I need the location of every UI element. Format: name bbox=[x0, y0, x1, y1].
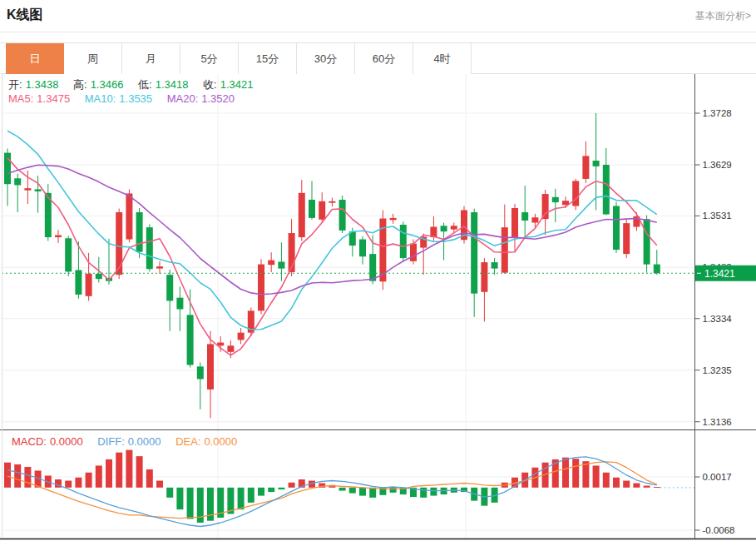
candle-body bbox=[623, 223, 630, 254]
macd-bar bbox=[562, 458, 569, 488]
ma-readout: MA5:1.3475 MA10:1.3535 MA20:1.3520 bbox=[8, 92, 238, 105]
diff-value: 0.0000 bbox=[128, 435, 161, 448]
candle-body bbox=[65, 238, 72, 271]
macd-bar bbox=[248, 488, 254, 503]
candle-body bbox=[562, 201, 569, 205]
ma10-value: 1.3535 bbox=[119, 92, 152, 105]
macd-bar bbox=[593, 465, 600, 487]
dea-line bbox=[7, 462, 657, 519]
candle-body bbox=[14, 178, 21, 185]
candle-body bbox=[197, 366, 204, 379]
dea-value: 0.0000 bbox=[205, 435, 238, 448]
candle-body bbox=[319, 201, 325, 220]
macd-bar bbox=[572, 459, 579, 488]
diff-line bbox=[7, 457, 657, 527]
candle-body bbox=[593, 161, 600, 166]
macd-bar bbox=[116, 453, 122, 488]
candle-body bbox=[572, 181, 579, 206]
macd-bar bbox=[420, 488, 427, 498]
macd-bar bbox=[96, 465, 102, 487]
close-value: 1.3421 bbox=[220, 78, 254, 91]
last-price-tag-text: 1.3421 bbox=[704, 268, 735, 280]
candle-body bbox=[24, 188, 31, 191]
ohlc-readout: 开:1.3438 高:1.3466 低:1.3418 收:1.3421 bbox=[8, 77, 256, 92]
candle-body bbox=[136, 212, 143, 252]
macd-bar bbox=[187, 488, 194, 519]
candle-body bbox=[258, 265, 264, 311]
candle-body bbox=[542, 194, 549, 219]
low-value: 1.3418 bbox=[156, 78, 189, 91]
open-label: 开: bbox=[8, 78, 22, 91]
candle-body bbox=[531, 217, 538, 222]
macd-bar bbox=[623, 481, 630, 488]
candle-body bbox=[603, 165, 610, 214]
candle-body bbox=[96, 274, 102, 279]
candle-body bbox=[75, 270, 82, 295]
candle-body bbox=[400, 225, 407, 258]
candle-body bbox=[521, 212, 528, 221]
ma5-value: 1.3475 bbox=[37, 92, 70, 105]
candle-body bbox=[238, 333, 245, 340]
candle-body bbox=[35, 189, 42, 191]
diff-label: DIFF: bbox=[97, 435, 125, 448]
candle-body bbox=[471, 212, 477, 294]
ma5-line bbox=[7, 158, 657, 355]
candle-body bbox=[410, 244, 417, 261]
candle-body bbox=[176, 298, 183, 310]
macd-bar bbox=[349, 488, 356, 494]
candle-body bbox=[613, 206, 620, 250]
candle-body bbox=[644, 219, 650, 264]
candle-body bbox=[511, 208, 518, 237]
macd-bar bbox=[268, 488, 274, 492]
candle-body bbox=[451, 226, 457, 229]
candle-body bbox=[4, 153, 11, 185]
candle-body bbox=[278, 261, 284, 268]
macd-bar bbox=[278, 488, 284, 489]
open-value: 1.3438 bbox=[26, 78, 59, 91]
candle-body bbox=[552, 197, 559, 202]
candle-body bbox=[329, 201, 335, 203]
ma10-label: MA10: bbox=[85, 92, 116, 105]
macd-bar bbox=[24, 467, 31, 488]
price-axis-label: 1.3136 bbox=[703, 417, 732, 427]
candle-body bbox=[390, 218, 397, 221]
candle-body bbox=[359, 240, 366, 257]
ma20-value: 1.3520 bbox=[201, 92, 235, 105]
macd-bar bbox=[14, 464, 21, 488]
macd-bar bbox=[238, 488, 245, 509]
macd-readout: MACD:0.0000 DIFF:0.0000 DEA:0.0000 bbox=[12, 435, 240, 448]
macd-bar bbox=[65, 481, 72, 488]
macd-bar bbox=[430, 488, 437, 496]
macd-bar bbox=[258, 488, 264, 496]
macd-bar bbox=[4, 463, 11, 488]
macd-bar bbox=[156, 481, 163, 488]
kline-page: K线图 基本面分析> 日周月5分15分30分60分4时 1.37281.3629… bbox=[0, 0, 756, 541]
macd-bar bbox=[654, 487, 660, 488]
price-axis-label: 1.3235 bbox=[703, 365, 732, 375]
candle-body bbox=[227, 345, 234, 352]
macd-axis-label: 0.0017 bbox=[703, 472, 732, 482]
candle-body bbox=[582, 156, 589, 179]
low-label: 低: bbox=[138, 78, 152, 91]
candle-body bbox=[146, 227, 153, 269]
candle-body bbox=[309, 200, 315, 218]
macd-bar bbox=[86, 473, 92, 488]
macd-bar bbox=[369, 488, 376, 498]
price-axis-label: 1.3629 bbox=[703, 160, 732, 170]
candle-body bbox=[369, 254, 376, 281]
candle-body bbox=[492, 262, 498, 269]
macd-bar bbox=[136, 456, 143, 488]
macd-bar bbox=[603, 473, 610, 488]
macd-bar bbox=[633, 484, 640, 488]
candle-body bbox=[156, 266, 163, 269]
candle-body bbox=[166, 275, 173, 300]
macd-label: MACD: bbox=[12, 435, 47, 448]
high-label: 高: bbox=[73, 78, 87, 91]
candle-body bbox=[299, 193, 305, 237]
macd-bar bbox=[176, 488, 183, 509]
candle-body bbox=[502, 227, 508, 272]
candle-body bbox=[86, 274, 92, 296]
macd-bar bbox=[106, 459, 112, 488]
macd-bar bbox=[126, 450, 132, 488]
price-axis-label: 1.3531 bbox=[703, 211, 732, 221]
